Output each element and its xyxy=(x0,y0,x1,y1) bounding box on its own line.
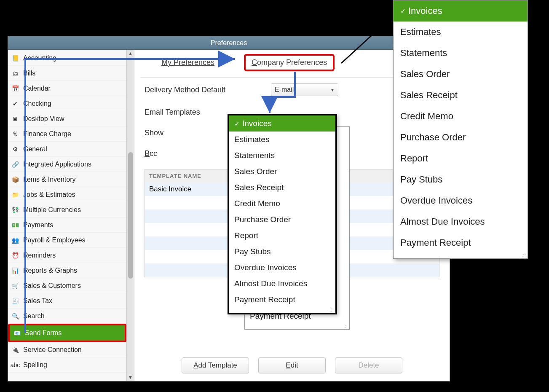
payments-icon: 💵 xyxy=(10,220,21,230)
dropdown-item-sales-order[interactable]: Sales Order xyxy=(229,164,335,180)
sidebar-item-label: General xyxy=(23,145,47,153)
dropdown-item-estimates[interactable]: Estimates xyxy=(229,132,335,148)
calendar-icon: 📅 xyxy=(10,84,21,93)
reminders-icon: ⏰ xyxy=(10,251,21,260)
sidebar-item-search[interactable]: 🔍Search xyxy=(8,309,126,324)
bills-icon: 🗂 xyxy=(10,69,21,78)
general-icon: ⚙ xyxy=(10,145,21,154)
sidebar-item-label: Bills xyxy=(23,70,35,77)
sidebar-item-service-connection[interactable]: 🔌Service Connection xyxy=(8,342,126,357)
dropdown-item-statements[interactable]: Statements xyxy=(229,148,335,164)
multiple-currencies-icon: 💱 xyxy=(10,205,21,215)
zoom-dropdown-item-report: Report xyxy=(394,148,528,169)
sidebar-item-label: Reminders xyxy=(23,252,56,259)
sidebar-item-general[interactable]: ⚙General xyxy=(8,142,126,157)
sidebar-item-label: Jobs & Estimates xyxy=(23,191,75,199)
jobs-estimates-icon: 📁 xyxy=(10,190,21,199)
scroll-up-icon[interactable]: ▲ xyxy=(128,50,133,57)
sidebar-item-label: Service Connection xyxy=(23,346,82,354)
sidebar-item-label: Finance Charge xyxy=(23,130,71,138)
dropdown-item-purchase-order[interactable]: Purchase Order xyxy=(229,212,335,228)
sidebar-item-label: Integrated Applications xyxy=(23,161,91,168)
tab-my-preferences[interactable]: My Preferences xyxy=(157,56,219,69)
dropdown-item-invoices[interactable]: Invoices xyxy=(229,115,335,132)
dropdown-item-overdue-invoices[interactable]: Overdue Invoices xyxy=(229,260,335,276)
tab-company-preferences[interactable]: Company Preferences xyxy=(244,54,335,71)
window-title: Preferences xyxy=(8,36,450,50)
sidebar-item-label: Sales & Customers xyxy=(23,282,81,290)
spelling-icon: abc xyxy=(10,360,21,370)
sidebar-item-multiple-currencies[interactable]: 💱Multiple Currencies xyxy=(8,202,126,217)
show-dropdown-overlay[interactable]: InvoicesEstimatesStatementsSales OrderSa… xyxy=(228,114,337,314)
dropdown-item-pay-stubs[interactable]: Pay Stubs xyxy=(229,244,335,260)
sidebar-item-payments[interactable]: 💵Payments xyxy=(8,217,126,233)
payroll-employees-icon: 👥 xyxy=(10,236,21,245)
zoom-dropdown-item-pay-stubs: Pay Stubs xyxy=(394,169,528,190)
scroll-thumb[interactable] xyxy=(128,152,133,279)
sidebar-item-accounting[interactable]: 📒Accounting xyxy=(8,51,126,66)
edit-button[interactable]: Edit xyxy=(258,357,326,373)
chevron-down-icon: ▼ xyxy=(330,88,335,92)
search-icon: 🔍 xyxy=(10,311,21,321)
sidebar-item-checking[interactable]: ✔Checking xyxy=(8,96,126,111)
dropdown-item-report[interactable]: Report xyxy=(229,228,335,244)
sidebar-item-label: Desktop View xyxy=(23,115,64,123)
sidebar-item-bills[interactable]: 🗂Bills xyxy=(8,66,126,81)
tab-company-preferences-label: Company Preferences xyxy=(252,58,327,67)
zoom-dropdown-item-credit-memo: Credit Memo xyxy=(394,106,528,127)
sidebar-item-label: Calendar xyxy=(23,85,51,92)
zoom-dropdown-item-purchase-order: Purchase Order xyxy=(394,127,528,148)
sidebar-item-desktop-view[interactable]: 🖥Desktop View xyxy=(8,111,126,126)
sidebar-item-label: Payroll & Employees xyxy=(23,236,86,244)
sidebar-item-label: Spelling xyxy=(23,361,47,369)
add-template-button[interactable]: Add Template xyxy=(182,357,249,373)
sidebar-item-label: Accounting xyxy=(23,54,56,62)
zoom-dropdown-item-statements: Statements xyxy=(394,43,528,64)
sidebar-item-label: Sales Tax xyxy=(23,297,52,305)
send-forms-icon: 📧 xyxy=(11,328,22,338)
service-connection-icon: 🔌 xyxy=(10,345,21,354)
scroll-down-icon[interactable]: ▼ xyxy=(128,373,133,381)
checking-icon: ✔ xyxy=(10,99,21,108)
sidebar-item-payroll-employees[interactable]: 👥Payroll & Employees xyxy=(8,233,126,248)
zoom-dropdown-item-sales-order: Sales Order xyxy=(394,64,528,85)
sidebar-item-reports-graphs[interactable]: 📊Reports & Graphs xyxy=(8,263,126,278)
integrated-apps-icon: 🔗 xyxy=(10,160,21,169)
sidebar-item-items-inventory[interactable]: 📦Items & Inventory xyxy=(8,172,126,187)
sidebar-item-sales-tax[interactable]: 🧾Sales Tax xyxy=(8,293,126,309)
sidebar-item-label: Checking xyxy=(23,100,51,107)
sidebar-item-spelling[interactable]: abcSpelling xyxy=(8,357,126,373)
sidebar-item-finance-charge[interactable]: ％Finance Charge xyxy=(8,126,126,142)
sidebar-item-label: Reports & Graphs xyxy=(23,267,77,274)
zoom-dropdown-item-almost-due-invoices: Almost Due Invoices xyxy=(394,211,528,232)
delete-button[interactable]: Delete xyxy=(335,357,402,373)
sales-customers-icon: 🛒 xyxy=(10,281,21,290)
dropdown-item-credit-memo[interactable]: Credit Memo xyxy=(229,196,335,212)
sidebar-item-integrated-applications[interactable]: 🔗Integrated Applications xyxy=(8,157,126,172)
delivery-method-label: Delivery Method Default xyxy=(145,86,271,94)
sidebar-item-label: Items & Inventory xyxy=(23,176,76,183)
sidebar-item-send-forms[interactable]: 📧Send Forms xyxy=(8,324,126,342)
dropdown-zoom-panel: InvoicesEstimatesStatementsSales OrderSa… xyxy=(393,0,528,259)
reports-graphs-icon: 📊 xyxy=(10,266,21,275)
zoom-dropdown-item-overdue-invoices: Overdue Invoices xyxy=(394,190,528,211)
sales-tax-icon: 🧾 xyxy=(10,296,21,306)
sidebar-item-label: Search xyxy=(23,312,45,320)
sidebar-item-calendar[interactable]: 📅Calendar xyxy=(8,81,126,96)
dropdown-item-almost-due-invoices[interactable]: Almost Due Invoices xyxy=(229,276,335,292)
sidebar-item-reminders[interactable]: ⏰Reminders xyxy=(8,248,126,263)
delivery-method-combo[interactable]: E-mail ▼ xyxy=(271,83,338,96)
sidebar-item-label: Send Forms xyxy=(25,329,62,337)
sidebar-item-sales-customers[interactable]: 🛒Sales & Customers xyxy=(8,278,126,293)
zoom-dropdown-item-payment-receipt: Payment Receipt xyxy=(394,232,528,253)
sidebar-item-jobs-estimates[interactable]: 📁Jobs & Estimates xyxy=(8,187,126,202)
delivery-method-value: E-mail xyxy=(275,86,294,94)
dropdown-item-sales-receipt[interactable]: Sales Receipt xyxy=(229,180,335,196)
sidebar-item-label: Payments xyxy=(23,221,53,229)
dropdown-item-payment-receipt[interactable]: Payment Receipt xyxy=(229,292,335,308)
resize-grip-icon: .:: xyxy=(245,324,349,329)
zoom-dropdown-item-sales-receipt: Sales Receipt xyxy=(394,85,528,106)
sidebar-scrollbar[interactable]: ▲ ▼ xyxy=(126,50,134,381)
tab-my-preferences-label: My Preferences xyxy=(161,58,214,67)
items-inventory-icon: 📦 xyxy=(10,175,21,184)
